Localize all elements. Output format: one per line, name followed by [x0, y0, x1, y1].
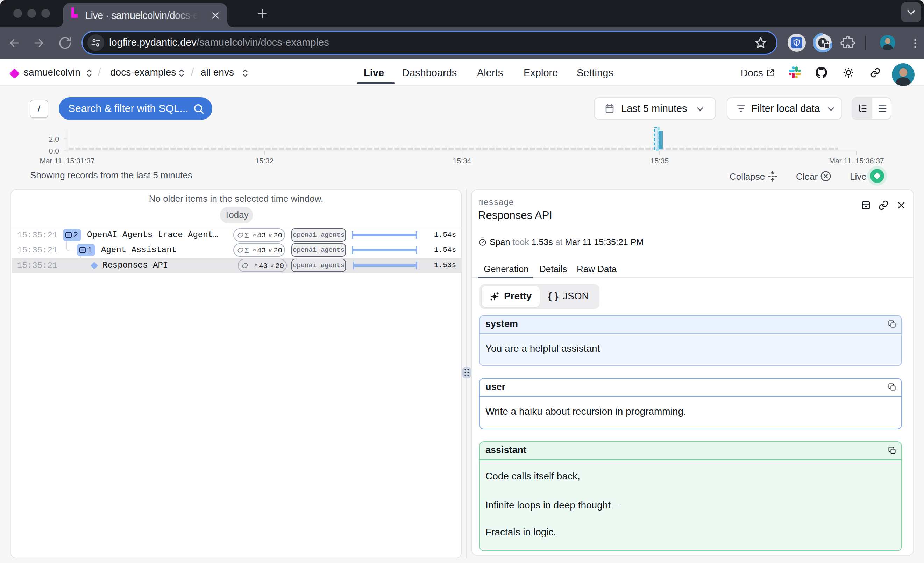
svg-text:15:32: 15:32: [255, 157, 274, 165]
svg-text:2.0: 2.0: [49, 135, 59, 143]
svg-text:Mar 11. 15:36:37: Mar 11. 15:36:37: [829, 157, 884, 165]
svg-text:15:35: 15:35: [651, 157, 669, 165]
svg-text:15:34: 15:34: [453, 157, 471, 165]
svg-text:0.0: 0.0: [49, 147, 59, 155]
svg-text:Mar 11. 15:31:37: Mar 11. 15:31:37: [39, 157, 94, 165]
